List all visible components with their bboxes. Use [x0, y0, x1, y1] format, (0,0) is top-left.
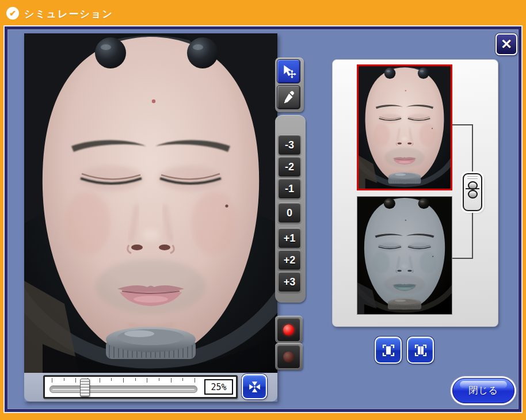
close-x-button[interactable]: ✕ [495, 33, 517, 55]
toggle-ridge [467, 178, 478, 179]
slider-track[interactable] [49, 385, 197, 393]
adjust-button-zero[interactable]: 0 [278, 203, 301, 223]
adjust-button-plus1[interactable]: +1 [278, 228, 301, 249]
slider-ticks [52, 378, 195, 383]
zoom-control: 25% [43, 375, 238, 399]
toggle-knob-bottom[interactable] [468, 190, 478, 198]
red-led-button[interactable] [277, 318, 300, 342]
dual-view-icon [411, 341, 430, 360]
adjust-button-minus3[interactable]: -3 [278, 135, 301, 155]
close-button-label: 閉じる [468, 385, 498, 397]
eyedropper-tool-button[interactable] [277, 85, 300, 109]
toggle-ridge [467, 176, 478, 177]
eyedropper-icon [281, 90, 296, 105]
single-view-button[interactable] [375, 337, 402, 364]
adjust-button-minus2[interactable]: -2 [278, 156, 301, 177]
adjust-button-plus3[interactable]: +3 [278, 272, 301, 292]
toggle-divider [466, 188, 479, 189]
close-x-icon: ✕ [501, 37, 512, 51]
adjust-button-minus1[interactable]: -1 [278, 178, 301, 199]
thumbnail-uv-photo[interactable] [357, 196, 452, 315]
page-title: シミュレーション [24, 7, 113, 21]
title-bar: ✔ シミュレーション [0, 0, 526, 26]
check-circle-icon: ✔ [6, 7, 19, 20]
connector-line [472, 209, 473, 259]
connector-line [452, 124, 473, 125]
close-button[interactable]: 閉じる [452, 378, 514, 403]
dual-view-button[interactable] [407, 337, 434, 364]
zoom-slider[interactable] [45, 377, 202, 397]
pointer-move-tool-button[interactable] [277, 59, 300, 83]
thumbnail-link-toggle[interactable] [463, 173, 482, 211]
zoom-percent-readout: 25% [204, 379, 233, 395]
face-photo [24, 33, 277, 373]
connector-line [472, 124, 473, 175]
connector-line [452, 258, 473, 259]
uv-face-thumbnail [357, 197, 452, 314]
red-led-icon [283, 324, 294, 335]
pointer-move-icon [281, 64, 296, 79]
dark-red-led-button[interactable] [277, 345, 300, 369]
fit-view-button[interactable] [242, 374, 267, 399]
uv-filter-wrapper [357, 197, 452, 314]
dark-red-led-icon [283, 352, 294, 362]
thumbnail-normal-photo[interactable] [357, 64, 452, 190]
main-photo-canvas[interactable] [24, 33, 277, 373]
normal-face-thumbnail [359, 66, 451, 189]
fit-view-icon [247, 379, 262, 395]
slider-thumb[interactable] [80, 379, 90, 397]
adjust-button-plus2[interactable]: +2 [278, 250, 301, 270]
single-view-icon [379, 341, 398, 360]
zoom-slider-bar: 25% [24, 373, 277, 402]
main-photo-frame: 25% [24, 33, 277, 402]
